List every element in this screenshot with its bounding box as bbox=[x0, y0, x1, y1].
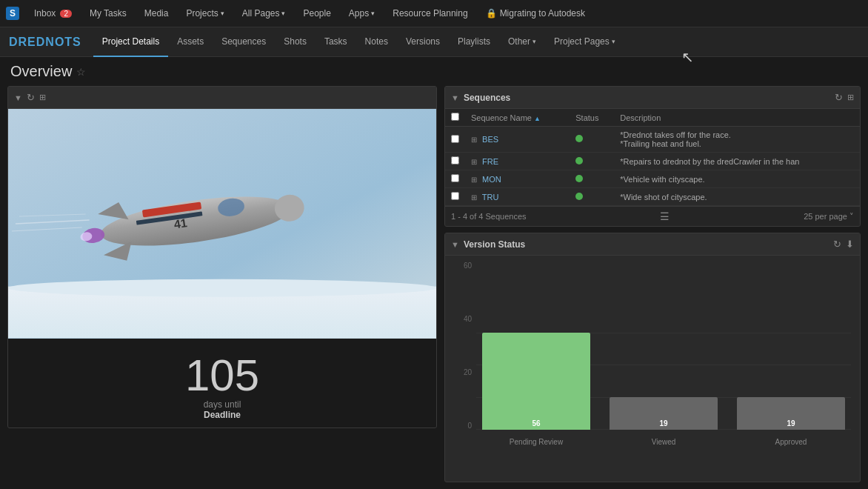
row-checkbox-cell bbox=[445, 170, 465, 188]
all-pages-button[interactable]: All Pages ▾ bbox=[235, 5, 293, 21]
rocket-svg: 41 bbox=[8, 109, 436, 339]
migrating-button[interactable]: 🔒 Migrating to Autodesk bbox=[478, 5, 592, 21]
bar-label-0: Pending Review bbox=[482, 438, 590, 446]
version-status-header: ▼ Version Status ↻ ⬇ bbox=[445, 233, 860, 256]
description-line: *Wide shot of cityscape. bbox=[620, 193, 854, 202]
tab-notes[interactable]: Notes bbox=[356, 27, 397, 57]
tab-other[interactable]: Other ▾ bbox=[499, 27, 545, 57]
people-button[interactable]: People bbox=[296, 5, 338, 21]
tab-project-pages[interactable]: Project Pages ▾ bbox=[545, 27, 624, 57]
bar-2: 19 Approved bbox=[737, 397, 845, 430]
sequence-icon: ⊞ bbox=[471, 176, 477, 184]
sequences-refresh-icon[interactable]: ↻ bbox=[835, 92, 843, 103]
apps-button[interactable]: Apps ▾ bbox=[341, 5, 382, 21]
status-indicator bbox=[575, 175, 583, 182]
row-checkbox-cell bbox=[445, 153, 465, 170]
apps-chevron: ▾ bbox=[371, 10, 375, 17]
resource-planning-button[interactable]: Resource Planning bbox=[385, 5, 475, 21]
version-refresh-icon[interactable]: ↻ bbox=[833, 239, 841, 250]
row-checkbox-cell bbox=[445, 127, 465, 153]
tab-sequences[interactable]: Sequences bbox=[213, 27, 275, 57]
table-row[interactable]: ⊞ MON *Vehicle with cityscape. bbox=[445, 170, 860, 188]
row-checkbox-cell bbox=[445, 188, 465, 206]
main-content: ▼ ↻ ⊞ bbox=[0, 86, 868, 489]
row-description-cell: *Drednot takes off for the race.*Trailin… bbox=[614, 127, 860, 153]
bar-group-viewed: 19 Viewed bbox=[604, 397, 724, 430]
tab-versions[interactable]: Versions bbox=[397, 27, 449, 57]
sequence-name-link[interactable]: MON bbox=[482, 175, 501, 184]
select-all-checkbox[interactable] bbox=[451, 113, 459, 121]
tab-playlists[interactable]: Playlists bbox=[449, 27, 499, 57]
tab-tasks[interactable]: Tasks bbox=[316, 27, 356, 57]
row-status-cell bbox=[570, 170, 614, 188]
bar-value-2: 19 bbox=[787, 419, 795, 428]
favorite-star-icon[interactable]: ☆ bbox=[76, 66, 86, 78]
row-description-cell: *Repairs to drednot by the dredCrawler i… bbox=[614, 153, 860, 170]
sequences-header: ▼ Sequences ↻ ⊞ bbox=[445, 87, 860, 109]
row-name-cell: ⊞ BES bbox=[465, 127, 570, 153]
status-indicator bbox=[575, 135, 583, 142]
sequences-collapse-icon[interactable]: ▼ bbox=[451, 93, 459, 102]
bar-label-2: Approved bbox=[737, 438, 845, 446]
lock-icon: 🔒 bbox=[486, 8, 497, 19]
row-checkbox-2[interactable] bbox=[451, 174, 459, 182]
projects-button[interactable]: Projects ▾ bbox=[178, 5, 231, 21]
sequences-title: Sequences bbox=[464, 93, 830, 103]
chart-area: 60 40 20 0 56 Pending Review bbox=[454, 262, 851, 459]
media-panel-header: ▼ ↻ ⊞ bbox=[8, 87, 436, 109]
countdown-number: 105 bbox=[8, 353, 436, 398]
row-checkbox-3[interactable] bbox=[451, 192, 459, 200]
table-row[interactable]: ⊞ BES *Drednot takes off for the race.*T… bbox=[445, 127, 860, 153]
sequences-more-icon[interactable]: ⊞ bbox=[847, 93, 854, 102]
top-navigation: S Inbox 2 My Tasks Media Projects ▾ All … bbox=[0, 0, 868, 27]
countdown-section: 105 days until Deadline bbox=[8, 339, 436, 428]
y-label-0: 0 bbox=[467, 422, 472, 430]
svg-text:41: 41 bbox=[173, 216, 188, 230]
project-pages-chevron: ▾ bbox=[612, 38, 615, 45]
description-line: *Repairs to drednot by the dredCrawler i… bbox=[620, 157, 854, 166]
row-name-cell: ⊞ TRU bbox=[465, 188, 570, 206]
chart-bars: 56 Pending Review 19 Viewed 19 Approved bbox=[476, 333, 851, 430]
bar-group-pending-review: 56 Pending Review bbox=[476, 333, 596, 430]
bar-value-1: 19 bbox=[659, 419, 667, 428]
app-logo[interactable]: S bbox=[6, 7, 19, 20]
per-page-selector[interactable]: 25 per page ˅ bbox=[804, 212, 854, 222]
hamburger-icon[interactable]: ☰ bbox=[660, 210, 670, 222]
row-status-cell bbox=[570, 153, 614, 170]
chart-container: 60 40 20 0 56 Pending Review bbox=[445, 256, 860, 459]
bar-label-1: Viewed bbox=[610, 438, 718, 446]
download-icon[interactable]: ⬇ bbox=[846, 239, 854, 250]
row-description-cell: *Vehicle with cityscape. bbox=[614, 170, 860, 188]
row-status-cell bbox=[570, 188, 614, 206]
sequence-name-link[interactable]: TRU bbox=[482, 193, 499, 202]
sequence-count: 1 - 4 of 4 Sequences bbox=[451, 212, 527, 221]
row-checkbox-1[interactable] bbox=[451, 156, 459, 164]
sequence-name-link[interactable]: FRE bbox=[482, 157, 498, 166]
sequence-icon: ⊞ bbox=[471, 136, 477, 144]
sequence-name-link[interactable]: BES bbox=[482, 135, 498, 144]
tab-assets[interactable]: Assets bbox=[168, 27, 213, 57]
inbox-button[interactable]: Inbox 2 bbox=[27, 5, 79, 21]
project-title[interactable]: DREDNOTS bbox=[9, 36, 81, 49]
description-line: *Vehicle with cityscape. bbox=[620, 175, 854, 184]
refresh-icon[interactable]: ↻ bbox=[27, 92, 35, 103]
row-checkbox-0[interactable] bbox=[451, 135, 459, 143]
y-label-40: 40 bbox=[464, 315, 472, 323]
tab-project-details[interactable]: Project Details bbox=[93, 27, 168, 57]
tab-shots[interactable]: Shots bbox=[275, 27, 316, 57]
collapse-icon[interactable]: ▼ bbox=[14, 93, 22, 102]
sequence-name-col-header[interactable]: Sequence Name ▲ bbox=[465, 109, 570, 127]
my-tasks-button[interactable]: My Tasks bbox=[82, 5, 134, 21]
page-header: Overview ☆ bbox=[0, 57, 868, 86]
version-collapse-icon[interactable]: ▼ bbox=[451, 240, 459, 249]
left-panel: ▼ ↻ ⊞ bbox=[7, 86, 437, 482]
y-label-60: 60 bbox=[464, 262, 472, 270]
more-icon[interactable]: ⊞ bbox=[39, 93, 46, 102]
media-button[interactable]: Media bbox=[137, 5, 176, 21]
sequences-footer: 1 - 4 of 4 Sequences ☰ 25 per page ˅ bbox=[445, 206, 860, 226]
select-all-checkbox-col bbox=[445, 109, 465, 127]
table-row[interactable]: ⊞ FRE *Repairs to drednot by the dredCra… bbox=[445, 153, 860, 170]
row-name-cell: ⊞ MON bbox=[465, 170, 570, 188]
table-row[interactable]: ⊞ TRU *Wide shot of cityscape. bbox=[445, 188, 860, 206]
chart-y-axis: 60 40 20 0 bbox=[454, 262, 475, 430]
